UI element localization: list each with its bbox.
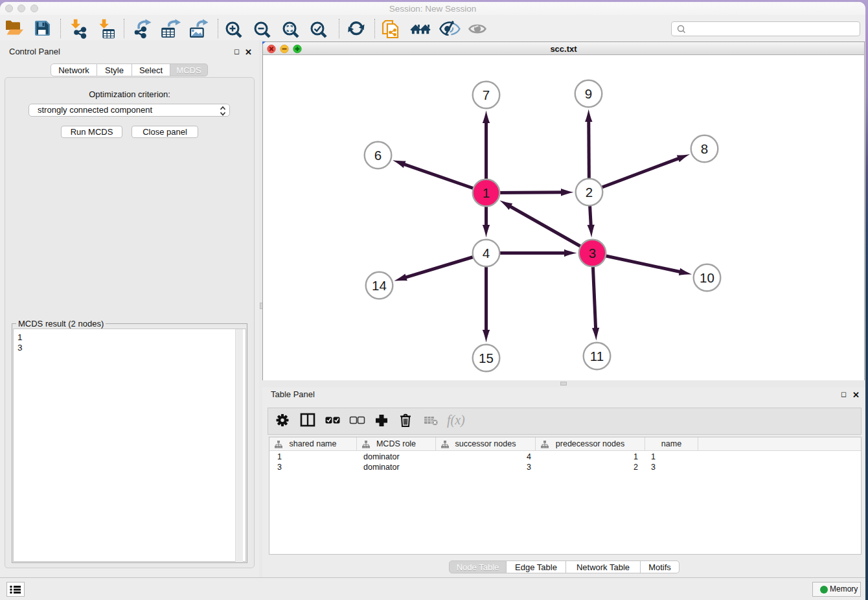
svg-text:1: 1 xyxy=(483,185,490,200)
svg-text:2: 2 xyxy=(586,185,593,200)
svg-text:8: 8 xyxy=(701,141,708,156)
svg-text:f(x): f(x) xyxy=(447,413,465,428)
svg-text:6: 6 xyxy=(374,148,382,163)
svg-text:14: 14 xyxy=(372,278,387,293)
svg-text:3: 3 xyxy=(589,246,596,260)
svg-text:10: 10 xyxy=(700,270,714,285)
svg-text:4: 4 xyxy=(483,246,490,260)
svg-text:9: 9 xyxy=(585,86,592,101)
svg-text:7: 7 xyxy=(483,87,490,102)
svg-text:11: 11 xyxy=(590,349,604,363)
svg-text:15: 15 xyxy=(479,351,494,365)
